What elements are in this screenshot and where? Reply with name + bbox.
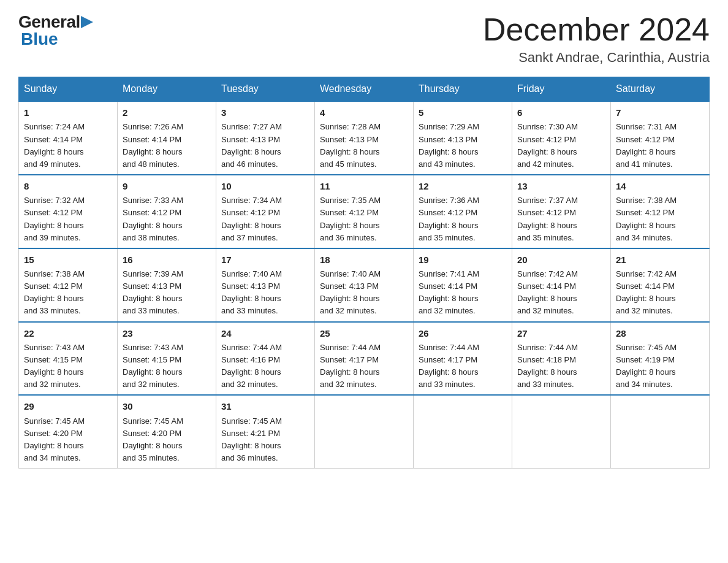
weekday-header-friday: Friday [512,77,611,102]
day-number: 11 [320,179,408,193]
logo-triangle-icon [81,16,93,28]
weekday-header-row: SundayMondayTuesdayWednesdayThursdayFrid… [19,77,710,102]
day-number: 13 [517,179,605,193]
day-number: 27 [517,326,605,340]
calendar-table: SundayMondayTuesdayWednesdayThursdayFrid… [18,77,710,469]
day-number: 1 [24,105,112,120]
calendar-cell: 19Sunrise: 7:41 AMSunset: 4:14 PMDayligh… [414,248,512,322]
day-number: 8 [24,179,112,193]
day-number: 19 [419,253,507,267]
calendar-cell [315,395,414,468]
day-number: 10 [221,179,309,193]
location-subtitle: Sankt Andrae, Carinthia, Austria [483,50,710,66]
calendar-cell: 4Sunrise: 7:28 AMSunset: 4:13 PMDaylight… [315,101,414,175]
calendar-cell: 21Sunrise: 7:42 AMSunset: 4:14 PMDayligh… [611,248,710,322]
calendar-cell: 16Sunrise: 7:39 AMSunset: 4:13 PMDayligh… [118,248,216,322]
calendar-cell: 7Sunrise: 7:31 AMSunset: 4:12 PMDaylight… [611,101,710,175]
day-sun-info: Sunrise: 7:44 AMSunset: 4:17 PMDaylight:… [320,342,408,391]
svg-marker-0 [81,16,93,28]
calendar-cell [414,395,512,468]
day-number: 17 [221,253,309,267]
day-number: 29 [24,399,112,413]
calendar-cell: 22Sunrise: 7:43 AMSunset: 4:15 PMDayligh… [19,322,118,396]
day-sun-info: Sunrise: 7:43 AMSunset: 4:15 PMDaylight:… [123,342,211,391]
day-number: 9 [123,179,211,193]
weekday-header-wednesday: Wednesday [315,77,414,102]
day-number: 23 [123,326,211,340]
calendar-cell: 20Sunrise: 7:42 AMSunset: 4:14 PMDayligh… [512,248,611,322]
calendar-cell: 14Sunrise: 7:38 AMSunset: 4:12 PMDayligh… [611,175,710,248]
day-sun-info: Sunrise: 7:42 AMSunset: 4:14 PMDaylight:… [616,268,704,318]
calendar-cell: 17Sunrise: 7:40 AMSunset: 4:13 PMDayligh… [216,248,315,322]
calendar-cell: 2Sunrise: 7:26 AMSunset: 4:14 PMDaylight… [118,101,216,175]
day-number: 28 [616,326,704,340]
day-sun-info: Sunrise: 7:43 AMSunset: 4:15 PMDaylight:… [24,342,112,391]
day-sun-info: Sunrise: 7:45 AMSunset: 4:20 PMDaylight:… [24,415,112,465]
calendar-cell: 8Sunrise: 7:32 AMSunset: 4:12 PMDaylight… [19,175,118,248]
weekday-header-saturday: Saturday [611,77,710,102]
day-sun-info: Sunrise: 7:27 AMSunset: 4:13 PMDaylight:… [221,121,309,170]
weekday-header-sunday: Sunday [19,77,118,102]
logo-icon [81,16,93,28]
week-row-3: 15Sunrise: 7:38 AMSunset: 4:12 PMDayligh… [19,248,710,322]
logo-area: General Blue [18,12,93,49]
day-number: 15 [24,253,112,267]
day-number: 4 [320,105,408,120]
calendar-cell: 12Sunrise: 7:36 AMSunset: 4:12 PMDayligh… [414,175,512,248]
title-area: December 2024 Sankt Andrae, Carinthia, A… [483,12,710,66]
day-number: 2 [123,105,211,120]
day-sun-info: Sunrise: 7:34 AMSunset: 4:12 PMDaylight:… [221,194,309,244]
calendar-cell: 28Sunrise: 7:45 AMSunset: 4:19 PMDayligh… [611,322,710,396]
day-sun-info: Sunrise: 7:26 AMSunset: 4:14 PMDaylight:… [123,121,211,170]
day-sun-info: Sunrise: 7:39 AMSunset: 4:13 PMDaylight:… [123,268,211,318]
page-header: General Blue December 2024 Sankt Andrae,… [18,12,710,66]
calendar-cell: 26Sunrise: 7:44 AMSunset: 4:17 PMDayligh… [414,322,512,396]
day-sun-info: Sunrise: 7:32 AMSunset: 4:12 PMDaylight:… [24,194,112,244]
day-number: 5 [419,105,507,120]
day-number: 31 [221,399,309,413]
calendar-cell: 27Sunrise: 7:44 AMSunset: 4:18 PMDayligh… [512,322,611,396]
day-number: 18 [320,253,408,267]
day-sun-info: Sunrise: 7:31 AMSunset: 4:12 PMDaylight:… [616,121,704,170]
day-sun-info: Sunrise: 7:40 AMSunset: 4:13 PMDaylight:… [221,268,309,318]
day-number: 20 [517,253,605,267]
day-sun-info: Sunrise: 7:30 AMSunset: 4:12 PMDaylight:… [517,121,605,170]
day-sun-info: Sunrise: 7:44 AMSunset: 4:17 PMDaylight:… [419,342,507,391]
week-row-4: 22Sunrise: 7:43 AMSunset: 4:15 PMDayligh… [19,322,710,396]
calendar-cell [512,395,611,468]
day-sun-info: Sunrise: 7:38 AMSunset: 4:12 PMDaylight:… [616,194,704,244]
day-number: 26 [419,326,507,340]
day-sun-info: Sunrise: 7:45 AMSunset: 4:21 PMDaylight:… [221,415,309,465]
day-number: 7 [616,105,704,120]
week-row-2: 8Sunrise: 7:32 AMSunset: 4:12 PMDaylight… [19,175,710,248]
day-sun-info: Sunrise: 7:44 AMSunset: 4:16 PMDaylight:… [221,342,309,391]
day-number: 24 [221,326,309,340]
day-number: 6 [517,105,605,120]
calendar-cell: 5Sunrise: 7:29 AMSunset: 4:13 PMDaylight… [414,101,512,175]
calendar-cell [611,395,710,468]
day-sun-info: Sunrise: 7:33 AMSunset: 4:12 PMDaylight:… [123,194,211,244]
weekday-header-tuesday: Tuesday [216,77,315,102]
day-number: 30 [123,399,211,413]
day-number: 12 [419,179,507,193]
calendar-cell: 25Sunrise: 7:44 AMSunset: 4:17 PMDayligh… [315,322,414,396]
week-row-1: 1Sunrise: 7:24 AMSunset: 4:14 PMDaylight… [19,101,710,175]
day-sun-info: Sunrise: 7:37 AMSunset: 4:12 PMDaylight:… [517,194,605,244]
calendar-cell: 3Sunrise: 7:27 AMSunset: 4:13 PMDaylight… [216,101,315,175]
day-number: 25 [320,326,408,340]
weekday-header-monday: Monday [118,77,216,102]
calendar-cell: 30Sunrise: 7:45 AMSunset: 4:20 PMDayligh… [118,395,216,468]
day-sun-info: Sunrise: 7:28 AMSunset: 4:13 PMDaylight:… [320,121,408,170]
calendar-cell: 13Sunrise: 7:37 AMSunset: 4:12 PMDayligh… [512,175,611,248]
day-sun-info: Sunrise: 7:38 AMSunset: 4:12 PMDaylight:… [24,268,112,318]
calendar-cell: 6Sunrise: 7:30 AMSunset: 4:12 PMDaylight… [512,101,611,175]
weekday-header-thursday: Thursday [414,77,512,102]
calendar-cell: 9Sunrise: 7:33 AMSunset: 4:12 PMDaylight… [118,175,216,248]
week-row-5: 29Sunrise: 7:45 AMSunset: 4:20 PMDayligh… [19,395,710,468]
day-sun-info: Sunrise: 7:41 AMSunset: 4:14 PMDaylight:… [419,268,507,318]
calendar-cell: 10Sunrise: 7:34 AMSunset: 4:12 PMDayligh… [216,175,315,248]
day-number: 22 [24,326,112,340]
calendar-cell: 18Sunrise: 7:40 AMSunset: 4:13 PMDayligh… [315,248,414,322]
day-sun-info: Sunrise: 7:42 AMSunset: 4:14 PMDaylight:… [517,268,605,318]
calendar-cell: 31Sunrise: 7:45 AMSunset: 4:21 PMDayligh… [216,395,315,468]
